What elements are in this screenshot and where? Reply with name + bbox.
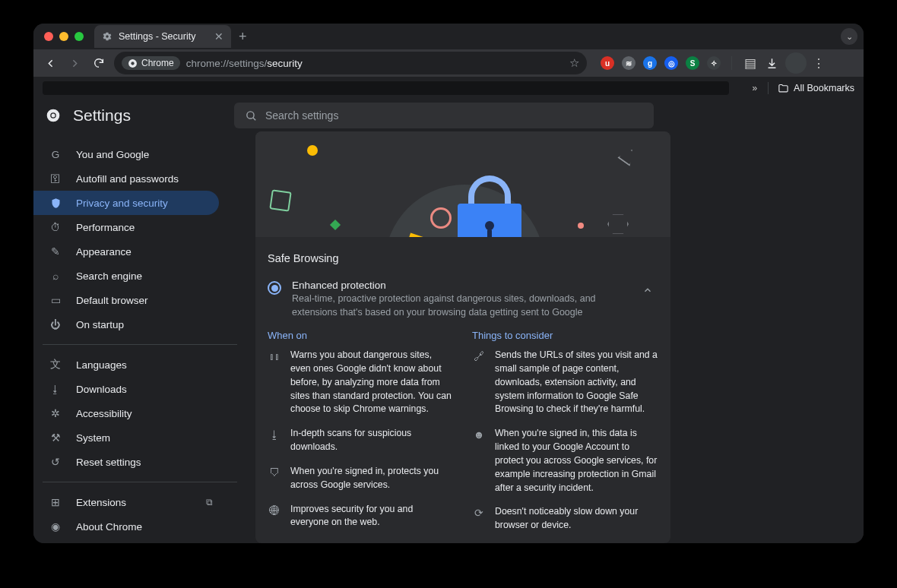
- chrome-icon: ◉: [49, 520, 62, 533]
- url-text: chrome://settings/security: [186, 58, 303, 69]
- tab-search-button[interactable]: ⌄: [841, 28, 857, 45]
- sidebar-item-default-browser[interactable]: ▭Default browser: [33, 288, 219, 312]
- sidebar-item-on-startup[interactable]: ⏻On startup: [33, 312, 219, 337]
- globe-icon: 🌐︎: [268, 504, 281, 517]
- extension-icon-4[interactable]: ◎: [664, 56, 678, 70]
- bookmark-star-icon[interactable]: ☆: [569, 56, 579, 70]
- speed-icon: ⟳: [472, 506, 486, 520]
- sidebar-item-accessibility[interactable]: ✲Accessibility: [33, 401, 219, 425]
- gear-icon: [102, 31, 113, 42]
- folder-icon: [778, 83, 789, 94]
- feature-item: ⫾⫾Warns you about dangerous sites, even …: [268, 349, 454, 416]
- sidebar-item-appearance[interactable]: ✎Appearance: [33, 239, 219, 264]
- browser-window: Settings - Security ✕ + ⌄ Chrome chrome:…: [33, 24, 864, 543]
- feature-item: ☻When you're signed in, this data is lin…: [472, 427, 658, 495]
- chevron-up-icon: [642, 285, 653, 296]
- tab-title: Settings - Security: [119, 31, 195, 42]
- reading-list-icon[interactable]: ▤: [743, 55, 758, 71]
- things-to-consider-column: Things to consider 🔗︎Sends the URLs of s…: [472, 330, 658, 543]
- radio-enhanced[interactable]: [268, 281, 281, 295]
- profile-avatar[interactable]: [785, 52, 807, 74]
- address-bar[interactable]: Chrome chrome://settings/security ☆: [114, 52, 587, 74]
- column-heading: When on: [268, 330, 454, 341]
- reload-button[interactable]: [90, 54, 108, 72]
- column-heading: Things to consider: [472, 330, 658, 341]
- bookmarks-bar: » All Bookmarks: [33, 77, 864, 100]
- sidebar-item-system[interactable]: ⚒System: [33, 425, 219, 450]
- settings-main: Safe Browsing Enhanced protection Real-t…: [255, 131, 864, 543]
- feature-columns: When on ⫾⫾Warns you about dangerous site…: [255, 330, 670, 543]
- feature-item: 🌐︎Improves security for you and everyone…: [268, 503, 454, 530]
- section-title: Safe Browsing: [255, 237, 670, 272]
- forward-button[interactable]: [65, 54, 84, 72]
- translate-icon: 文: [49, 358, 62, 371]
- back-button[interactable]: [41, 54, 59, 72]
- sidebar-item-autofill[interactable]: ⚿Autofill and passwords: [33, 166, 219, 191]
- extension-icon-5[interactable]: S: [686, 56, 699, 70]
- svg-point-4: [52, 114, 55, 118]
- page-title: Settings: [73, 106, 131, 125]
- download-icon: ⭳: [268, 428, 281, 441]
- puzzle-icon[interactable]: ✧: [707, 56, 721, 70]
- search-settings-input[interactable]: Search settings: [234, 103, 654, 128]
- reset-icon: ↺: [49, 455, 62, 469]
- user-icon: G: [49, 147, 62, 161]
- sidebar-item-reset[interactable]: ↺Reset settings: [33, 450, 219, 474]
- settings-header: Settings Search settings: [33, 100, 864, 131]
- feature-item: ⛉When you're signed in, protects you acr…: [268, 465, 454, 492]
- browser-tab[interactable]: Settings - Security ✕: [94, 25, 231, 48]
- feature-item: 🔗︎Sends the URLs of sites you visit and …: [472, 349, 658, 416]
- svg-point-5: [247, 111, 254, 118]
- sidebar-separator: [43, 344, 237, 345]
- paint-icon: ✎: [49, 245, 62, 258]
- search-placeholder: Search settings: [265, 109, 339, 122]
- window-controls: [44, 32, 84, 41]
- sidebar-item-extensions[interactable]: ⊞Extensions⧉: [33, 490, 219, 514]
- extension-icon-2[interactable]: ≋: [622, 56, 636, 70]
- feature-item: ⟳Doesn't noticeably slow down your brows…: [472, 505, 658, 533]
- bookmarks-area[interactable]: [43, 81, 729, 95]
- minimize-window-button[interactable]: [59, 32, 68, 41]
- close-tab-icon[interactable]: ✕: [214, 30, 223, 43]
- extension-icon: ⊞: [49, 495, 62, 509]
- new-tab-button[interactable]: +: [239, 29, 247, 45]
- all-bookmarks-button[interactable]: All Bookmarks: [778, 83, 854, 94]
- downloads-icon[interactable]: [764, 55, 779, 71]
- sidebar-item-about[interactable]: ◉About Chrome: [33, 514, 219, 539]
- sidebar-item-languages[interactable]: 文Languages: [33, 352, 219, 377]
- sidebar-item-search-engine[interactable]: ⌕Search engine: [33, 264, 219, 288]
- account-icon: ☻: [472, 428, 486, 441]
- sidebar-separator: [43, 482, 237, 482]
- extension-icons: u ≋ g ◎ S ✧: [601, 56, 721, 70]
- extension-icon-1[interactable]: u: [601, 56, 614, 70]
- close-window-button[interactable]: [44, 32, 53, 41]
- tab-strip: Settings - Security ✕ + ⌄: [33, 24, 864, 49]
- sidebar-item-you-and-google[interactable]: GYou and Google: [33, 142, 219, 166]
- settings-sidebar: GYou and Google ⚿Autofill and passwords …: [33, 131, 255, 543]
- site-chip[interactable]: Chrome: [122, 56, 180, 70]
- sidebar-item-privacy-security[interactable]: Privacy and security: [33, 191, 219, 215]
- sidebar-item-performance[interactable]: ⏱Performance: [33, 215, 219, 239]
- bookmarks-overflow-icon[interactable]: »: [752, 83, 757, 93]
- page-content: Settings Search settings GYou and Google…: [33, 100, 864, 543]
- all-bookmarks-label: All Bookmarks: [794, 83, 854, 93]
- accessibility-icon: ✲: [49, 406, 62, 420]
- menu-button[interactable]: ⋮: [813, 56, 825, 71]
- collapse-button[interactable]: [637, 280, 658, 301]
- when-on-column: When on ⫾⫾Warns you about dangerous site…: [268, 330, 454, 543]
- separator: [731, 56, 732, 70]
- maximize-window-button[interactable]: [74, 32, 84, 41]
- sidebar-item-downloads[interactable]: ⭳Downloads: [33, 377, 219, 401]
- search-icon: [245, 109, 258, 122]
- extension-icon-3[interactable]: g: [643, 56, 657, 70]
- system-icon: ⚒: [49, 431, 62, 444]
- external-link-icon: ⧉: [206, 497, 213, 507]
- chrome-icon: [128, 58, 138, 68]
- security-panel: Safe Browsing Enhanced protection Real-t…: [255, 131, 670, 543]
- feature-item: ⭳In-depth scans for suspicious downloads…: [268, 427, 454, 454]
- svg-point-1: [131, 62, 134, 65]
- chrome-logo-icon: [46, 108, 61, 123]
- chip-label: Chrome: [141, 58, 174, 68]
- speedometer-icon: ⏱: [49, 220, 62, 234]
- enhanced-protection-option[interactable]: Enhanced protection Real-time, proactive…: [255, 272, 670, 330]
